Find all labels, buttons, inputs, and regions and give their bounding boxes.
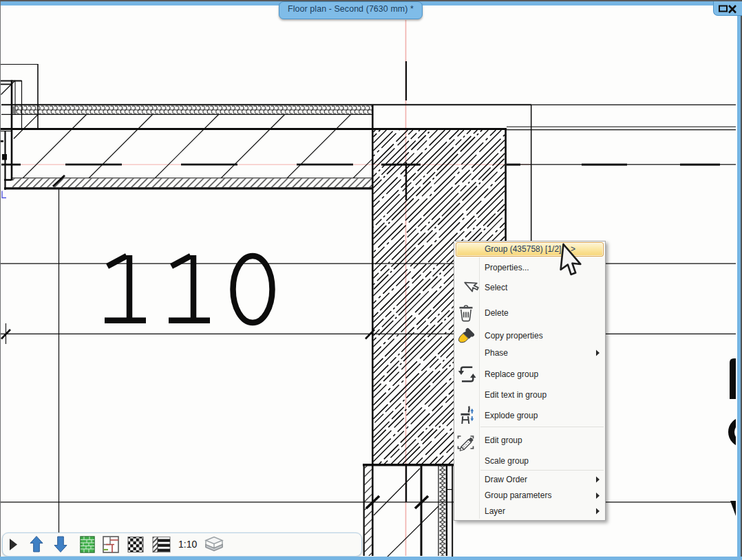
svg-text:1:10: 1:10 [178, 539, 197, 550]
